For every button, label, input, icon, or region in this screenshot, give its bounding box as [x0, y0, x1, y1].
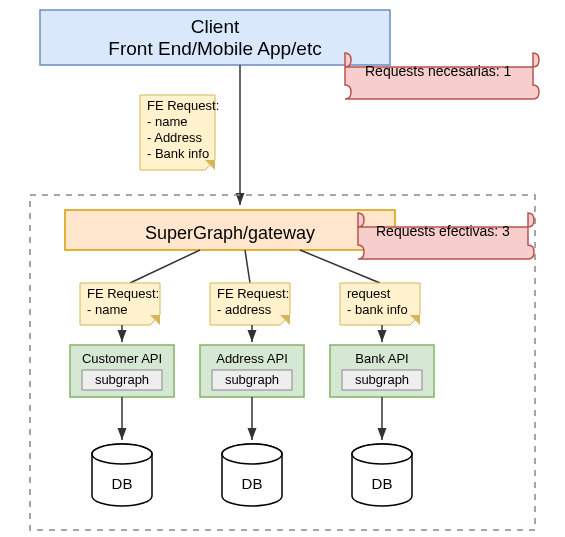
- api-2: Bank API subgraph: [330, 345, 434, 397]
- svg-text:subgraph: subgraph: [95, 372, 149, 387]
- gateway-label: SuperGraph/gateway: [145, 223, 315, 243]
- svg-text:Customer API: Customer API: [82, 351, 162, 366]
- svg-point-20: [222, 444, 282, 464]
- note-fe-main-item0: - name: [147, 114, 187, 129]
- svg-text:- bank info: - bank info: [347, 302, 408, 317]
- note-sub-0: FE Request: - name: [80, 283, 160, 325]
- note-fe-main-title: FE Request:: [147, 98, 219, 113]
- line-gw-2: [245, 250, 250, 283]
- client-title: Client: [191, 16, 240, 37]
- svg-text:FE Request:: FE Request:: [87, 286, 159, 301]
- db-0: DB: [92, 444, 152, 506]
- note-fe-main-item2: - Bank info: [147, 146, 209, 161]
- svg-text:DB: DB: [112, 475, 133, 492]
- svg-text:FE Request:: FE Request:: [217, 286, 289, 301]
- client-subtitle: Front End/Mobile App/etc: [108, 38, 321, 59]
- api-1: Address API subgraph: [200, 345, 304, 397]
- line-gw-1: [130, 250, 200, 283]
- svg-point-18: [92, 444, 152, 464]
- note-sub-1: FE Request: - address: [210, 283, 290, 325]
- svg-point-22: [352, 444, 412, 464]
- svg-text:subgraph: subgraph: [225, 372, 279, 387]
- note-sub-2: request - bank info: [340, 283, 420, 325]
- api-0: Customer API subgraph: [70, 345, 174, 397]
- svg-text:DB: DB: [242, 475, 263, 492]
- architecture-diagram: Client Front End/Mobile App/etc Requests…: [0, 0, 565, 537]
- svg-text:request: request: [347, 286, 391, 301]
- db-1: DB: [222, 444, 282, 506]
- svg-text:Bank API: Bank API: [355, 351, 408, 366]
- svg-text:subgraph: subgraph: [355, 372, 409, 387]
- svg-text:- address: - address: [217, 302, 272, 317]
- note-fe-main: FE Request: - name - Address - Bank info: [140, 95, 219, 170]
- db-2: DB: [352, 444, 412, 506]
- svg-text:Address API: Address API: [216, 351, 288, 366]
- svg-text:- name: - name: [87, 302, 127, 317]
- scroll-effective-text: Requests efectivas: 3: [376, 223, 510, 239]
- note-fe-main-item1: - Address: [147, 130, 202, 145]
- svg-text:DB: DB: [372, 475, 393, 492]
- scroll-necessary-text: Requests necesarias: 1: [365, 63, 512, 79]
